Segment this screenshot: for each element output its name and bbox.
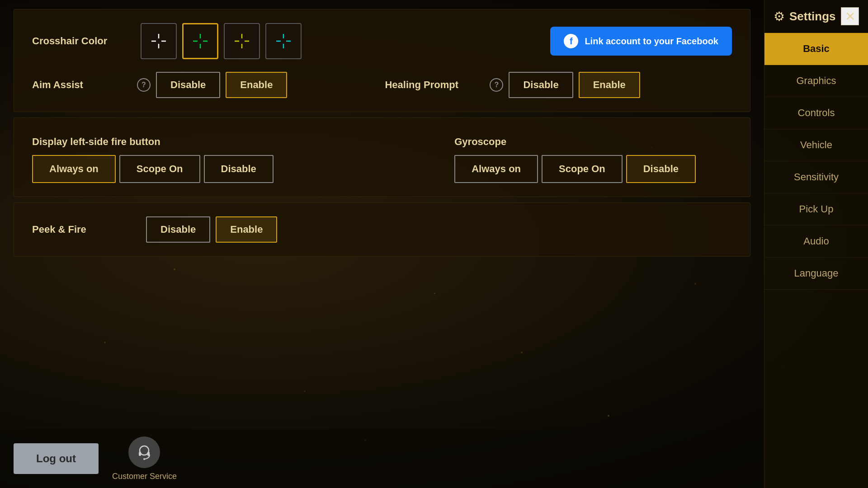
healing-prompt-enable-btn[interactable]: Enable [579, 72, 640, 98]
sidebar-item-sensitivity[interactable]: Sensitivity [764, 161, 868, 193]
facebook-icon: f [564, 34, 578, 48]
facebook-label: Link account to your Facebook [585, 36, 718, 47]
display-fire-scope-on-btn[interactable]: Scope On [119, 155, 200, 183]
crosshair-yellow[interactable] [224, 23, 260, 59]
peek-fire-section: Peek & Fire Disable Enable [14, 202, 750, 257]
bottom-bar: Log out Customer Service [0, 429, 868, 488]
crosshair-cyan[interactable] [265, 23, 302, 59]
settings-sidebar: ⚙ Settings ✕ Basic Graphics Controls Veh… [764, 0, 868, 488]
sidebar-item-language[interactable]: Language [764, 258, 868, 290]
healing-prompt-help-icon[interactable]: ? [490, 78, 503, 92]
gear-icon: ⚙ [774, 9, 785, 24]
sidebar-header: ⚙ Settings ✕ [764, 0, 868, 33]
gyroscope-scope-on-btn[interactable]: Scope On [542, 155, 623, 183]
healing-prompt-label: Healing Prompt [385, 79, 484, 91]
sidebar-item-audio[interactable]: Audio [764, 225, 868, 258]
display-fire-block: Display left-side fire button Always on … [32, 136, 274, 183]
sidebar-item-graphics[interactable]: Graphics [764, 65, 868, 97]
crosshair-label: Crosshair Color [32, 35, 132, 47]
customer-service-button[interactable]: Customer Service [112, 436, 177, 481]
sidebar-item-controls[interactable]: Controls [764, 97, 868, 129]
fire-gyroscope-row: Display left-side fire button Always on … [32, 131, 732, 183]
sidebar-item-vehicle[interactable]: Vehicle [764, 129, 868, 161]
customer-service-label: Customer Service [112, 472, 177, 481]
peek-fire-group: Peek & Fire Disable Enable [32, 216, 732, 243]
healing-prompt-group: Healing Prompt ? Disable Enable [385, 72, 640, 98]
aim-assist-disable-btn[interactable]: Disable [156, 72, 220, 98]
gyroscope-disable-btn[interactable]: Disable [626, 155, 696, 183]
peek-fire-disable-btn[interactable]: Disable [146, 216, 210, 243]
aim-assist-label: Aim Assist [32, 79, 132, 91]
gyroscope-label: Gyroscope [454, 136, 696, 148]
aim-assist-help-icon[interactable]: ? [137, 78, 151, 92]
sidebar-item-basic[interactable]: Basic [764, 33, 868, 65]
fire-gyroscope-section: Display left-side fire button Always on … [14, 117, 750, 197]
settings-title: Settings [789, 9, 836, 23]
crosshair-options [141, 23, 302, 59]
logout-button[interactable]: Log out [14, 443, 99, 474]
svg-rect-17 [139, 452, 141, 456]
gyroscope-block: Gyroscope Always on Scope On Disable [454, 136, 696, 183]
close-button[interactable]: ✕ [841, 7, 859, 25]
display-fire-options: Always on Scope On Disable [32, 155, 274, 183]
crosshair-white[interactable] [141, 23, 177, 59]
display-fire-disable-btn[interactable]: Disable [204, 155, 274, 183]
crosshair-row: Crosshair Color [32, 23, 732, 59]
display-fire-always-on-btn[interactable]: Always on [32, 155, 116, 183]
toggles-row: Aim Assist ? Disable Enable Healing Prom… [32, 72, 732, 98]
sidebar-item-pickup[interactable]: Pick Up [764, 193, 868, 225]
aim-assist-enable-btn[interactable]: Enable [226, 72, 287, 98]
healing-prompt-disable-btn[interactable]: Disable [509, 72, 573, 98]
settings-title-row: ⚙ Settings [774, 9, 836, 24]
crosshair-green[interactable] [182, 23, 218, 59]
display-fire-label: Display left-side fire button [32, 136, 274, 148]
main-layout: Crosshair Color [0, 0, 868, 488]
crosshair-section: Crosshair Color [14, 9, 750, 112]
sidebar-nav: Basic Graphics Controls Vehicle Sensitiv… [764, 33, 868, 488]
svg-point-19 [143, 458, 145, 460]
peek-fire-enable-btn[interactable]: Enable [216, 216, 277, 243]
facebook-link-button[interactable]: f Link account to your Facebook [550, 27, 732, 56]
gyroscope-options: Always on Scope On Disable [454, 155, 696, 183]
content-area: Crosshair Color [0, 0, 764, 488]
peek-fire-label: Peek & Fire [32, 224, 132, 235]
aim-assist-group: Aim Assist ? Disable Enable [32, 72, 287, 98]
gyroscope-always-on-btn[interactable]: Always on [454, 155, 538, 183]
customer-service-icon [128, 436, 160, 468]
